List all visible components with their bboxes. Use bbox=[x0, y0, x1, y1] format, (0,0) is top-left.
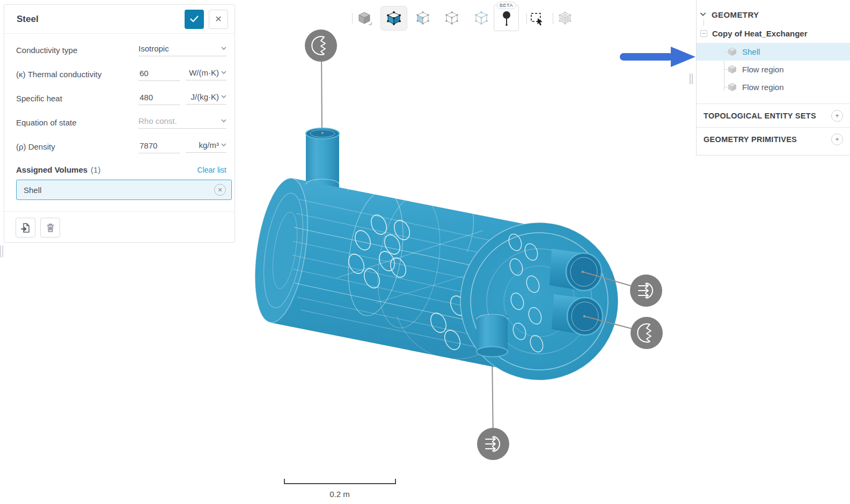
add-entity-set-button[interactable]: + bbox=[831, 110, 843, 122]
tree-item-flow-region-2[interactable]: Flow region bbox=[697, 78, 850, 96]
left-panel-resize-handle[interactable] bbox=[0, 246, 3, 257]
solid-cube-icon bbox=[728, 65, 737, 74]
chevron-down-icon bbox=[221, 119, 226, 123]
mesh-clip-button-disabled[interactable] bbox=[558, 11, 573, 26]
field-label: (ρ) Density bbox=[16, 142, 138, 151]
unit-value: J/(kg·K) bbox=[191, 92, 219, 101]
cube-lattice-icon bbox=[558, 11, 573, 26]
scale-bar bbox=[284, 479, 395, 484]
close-panel-button[interactable]: ✕ bbox=[209, 10, 228, 29]
chevron-down-icon bbox=[700, 12, 706, 17]
cube-face-select-icon bbox=[415, 11, 430, 26]
select-face-button[interactable] bbox=[415, 11, 430, 26]
tree-item-label: Shell bbox=[742, 47, 760, 56]
scene-tree-panel: GEOMETRY − Copy of Heat_Exchanger Shell … bbox=[696, 0, 850, 155]
probe-pin-icon bbox=[502, 10, 511, 26]
document-export-icon bbox=[20, 223, 31, 233]
toolbar-divider bbox=[352, 13, 353, 24]
density-input[interactable] bbox=[138, 140, 180, 153]
material-panel-header: Steel ✕ bbox=[4, 5, 235, 34]
beta-badge: BETA bbox=[496, 2, 516, 9]
chip-label: Shell bbox=[24, 186, 214, 195]
probe-point-button[interactable]: BETA bbox=[494, 5, 519, 31]
remove-volume-button[interactable]: ✕ bbox=[214, 184, 226, 196]
field-label: Conductivity type bbox=[16, 46, 138, 55]
equation-of-state-select[interactable]: Rho const. bbox=[138, 116, 226, 129]
select-edge-button[interactable] bbox=[444, 11, 459, 26]
field-label: Specific heat bbox=[16, 94, 138, 103]
assigned-volume-chip[interactable]: Shell ✕ bbox=[16, 180, 232, 200]
tree-item-label: Flow region bbox=[742, 83, 784, 92]
specific-heat-input[interactable] bbox=[138, 92, 180, 105]
chevron-down-icon bbox=[221, 95, 226, 99]
unit-value: W/(m·K) bbox=[189, 68, 219, 77]
chevron-down-icon bbox=[221, 143, 226, 147]
spacer bbox=[697, 96, 850, 103]
select-value: Isotropic bbox=[138, 44, 221, 53]
specific-heat-unit-select[interactable]: J/(kg·K) bbox=[186, 92, 226, 105]
annotation-arrow bbox=[620, 47, 695, 67]
geometry-section-label: GEOMETRY bbox=[712, 10, 759, 19]
collapse-toggle[interactable]: − bbox=[700, 30, 707, 37]
form-row-specific-heat: Specific heat J/(kg·K) bbox=[4, 86, 235, 110]
confirm-button[interactable] bbox=[185, 10, 204, 29]
tree-connector bbox=[724, 87, 728, 87]
tree-connector bbox=[724, 69, 728, 70]
solid-cube-icon bbox=[728, 83, 737, 92]
top-nozzle[interactable] bbox=[306, 128, 339, 189]
form-row-thermal-conductivity: (κ) Thermal conductivity W/(m·K) bbox=[4, 62, 235, 86]
tree-item-shell[interactable]: Shell bbox=[697, 43, 850, 61]
select-volume-button[interactable] bbox=[380, 6, 407, 31]
bottom-nozzle[interactable] bbox=[477, 314, 508, 357]
form-row-density: (ρ) Density kg/m³ bbox=[4, 135, 235, 159]
toolbar-divider bbox=[553, 13, 553, 24]
form-row-conductivity-type: Conductivity type Isotropic bbox=[4, 38, 235, 62]
plus-icon: + bbox=[835, 135, 839, 143]
clear-list-link[interactable]: Clear list bbox=[197, 166, 226, 174]
thermal-conductivity-unit-select[interactable]: W/(m·K) bbox=[186, 68, 226, 80]
pressure-outlet-icon[interactable] bbox=[631, 317, 663, 349]
cube-edge-select-icon bbox=[444, 11, 459, 26]
close-icon: ✕ bbox=[215, 14, 222, 24]
geometry-section-header[interactable]: GEOMETRY bbox=[697, 0, 850, 24]
save-as-template-button[interactable] bbox=[16, 218, 35, 238]
select-vertex-button[interactable] bbox=[474, 11, 489, 26]
topological-entity-sets-section[interactable]: TOPOLOGICAL ENTITY SETS + bbox=[697, 103, 850, 127]
field-label: (κ) Thermal conductivity bbox=[16, 70, 138, 79]
view-cube-solid-button[interactable] bbox=[357, 11, 372, 26]
tree-root-heat-exchanger[interactable]: − Copy of Heat_Exchanger bbox=[697, 24, 850, 43]
geometry-primitives-section[interactable]: GEOMETRY PRIMITIVES + bbox=[697, 127, 850, 151]
unit-value: kg/m³ bbox=[199, 140, 219, 150]
chevron-down-icon bbox=[221, 71, 226, 75]
material-form: Conductivity type Isotropic (κ) Thermal … bbox=[4, 34, 235, 159]
outlet-pipe-lower[interactable] bbox=[552, 294, 603, 335]
heat-exchanger-model[interactable] bbox=[246, 47, 646, 443]
close-icon: ✕ bbox=[217, 187, 222, 194]
tree-root-label: Copy of Heat_Exchanger bbox=[712, 29, 808, 38]
assigned-volumes-label: Assigned Volumes bbox=[16, 165, 87, 174]
tree-connector bbox=[724, 51, 728, 52]
assigned-volumes-count: (1) bbox=[91, 165, 197, 174]
conductivity-type-select[interactable]: Isotropic bbox=[138, 44, 226, 56]
thermal-conductivity-input[interactable] bbox=[138, 68, 180, 81]
cube-solid-icon bbox=[357, 11, 372, 26]
delete-button[interactable] bbox=[40, 218, 60, 238]
material-panel: Steel ✕ Conductivity type Isotropic (κ) … bbox=[4, 4, 235, 243]
velocity-inlet-icon[interactable] bbox=[630, 275, 662, 307]
right-panel-resize-handle[interactable] bbox=[690, 73, 693, 84]
scale-bar-label: 0.2 m bbox=[299, 490, 380, 499]
plus-icon: + bbox=[835, 112, 839, 120]
cube-vertex-select-icon bbox=[474, 11, 489, 26]
add-primitive-button[interactable]: + bbox=[831, 134, 843, 145]
section-label: TOPOLOGICAL ENTITY SETS bbox=[704, 112, 831, 120]
form-row-equation-of-state: Equation of state Rho const. bbox=[4, 110, 235, 135]
trash-icon bbox=[46, 223, 55, 233]
tree-item-flow-region-1[interactable]: Flow region bbox=[697, 61, 850, 78]
box-select-button[interactable] bbox=[529, 11, 544, 26]
velocity-inlet-icon[interactable] bbox=[477, 428, 509, 460]
cube-volume-select-icon bbox=[386, 10, 402, 26]
material-panel-footer bbox=[4, 211, 235, 238]
density-unit-select[interactable]: kg/m³ bbox=[186, 140, 226, 153]
solid-cube-icon bbox=[728, 47, 737, 56]
pressure-outlet-icon[interactable] bbox=[305, 29, 337, 62]
